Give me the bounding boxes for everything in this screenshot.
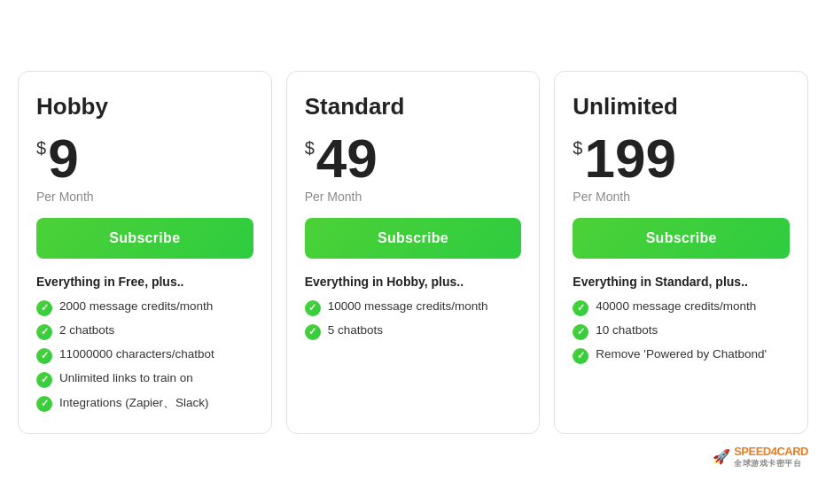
check-icon-hobby-3 <box>36 372 52 388</box>
price-period-unlimited: Per Month <box>573 190 790 204</box>
watermark-sub: 全球游戏卡密平台 <box>734 458 801 469</box>
plan-subtitle-unlimited: Everything in Standard, plus.. <box>573 275 790 289</box>
plan-subtitle-standard: Everything in Hobby, plus.. <box>305 275 522 289</box>
subscribe-button-hobby[interactable]: Subscribe <box>36 218 253 259</box>
feature-text-standard-1: 5 chatbots <box>328 323 383 337</box>
feature-item-hobby-3: Unlimited links to train on <box>36 371 253 388</box>
feature-item-unlimited-1: 10 chatbots <box>573 323 790 340</box>
feature-text-unlimited-1: 10 chatbots <box>596 323 658 337</box>
feature-item-unlimited-2: Remove 'Powered by Chatbond' <box>573 347 790 364</box>
check-icon-hobby-2 <box>36 348 52 364</box>
feature-item-hobby-2: 11000000 characters/chatbot <box>36 347 253 364</box>
price-amount-standard: 49 <box>316 131 378 186</box>
rocket-icon: 🚀 <box>713 448 730 465</box>
plan-subtitle-hobby: Everything in Free, plus.. <box>36 275 253 289</box>
plan-card-unlimited: Unlimited $ 199 Per Month Subscribe Ever… <box>554 71 808 434</box>
check-icon-standard-1 <box>305 324 321 340</box>
check-icon-hobby-4 <box>36 396 52 412</box>
price-amount-hobby: 9 <box>48 131 78 186</box>
feature-item-hobby-1: 2 chatbots <box>36 323 253 340</box>
feature-text-hobby-2: 11000000 characters/chatbot <box>59 347 214 361</box>
check-icon-unlimited-2 <box>573 348 588 364</box>
feature-item-hobby-4: Integrations (Zapier、Slack) <box>36 395 253 412</box>
watermark-logo: SPEED4CARD <box>734 445 808 458</box>
price-dollar-unlimited: $ <box>573 138 582 159</box>
price-dollar-hobby: $ <box>36 138 46 159</box>
subscribe-button-unlimited[interactable]: Subscribe <box>573 218 790 259</box>
plan-card-standard: Standard $ 49 Per Month Subscribe Everyt… <box>286 71 541 434</box>
feature-list-hobby: 2000 message credits/month 2 chatbots 11… <box>36 299 253 412</box>
price-block-hobby: $ 9 <box>36 131 253 186</box>
feature-text-hobby-1: 2 chatbots <box>59 323 114 337</box>
feature-text-standard-0: 10000 message credits/month <box>328 299 488 313</box>
pricing-container: Hobby $ 9 Per Month Subscribe Everything… <box>18 71 808 434</box>
plan-title-standard: Standard <box>305 93 522 120</box>
check-icon-hobby-0 <box>36 300 52 316</box>
price-block-unlimited: $ 199 <box>573 131 790 186</box>
feature-item-hobby-0: 2000 message credits/month <box>36 299 253 316</box>
check-icon-unlimited-0 <box>573 300 588 316</box>
feature-text-hobby-0: 2000 message credits/month <box>59 299 213 313</box>
feature-text-unlimited-0: 40000 message credits/month <box>596 299 756 313</box>
feature-item-unlimited-0: 40000 message credits/month <box>573 299 790 316</box>
feature-text-hobby-3: Unlimited links to train on <box>59 371 193 384</box>
subscribe-button-standard[interactable]: Subscribe <box>305 218 522 259</box>
check-icon-hobby-1 <box>36 324 52 340</box>
price-dollar-standard: $ <box>305 138 315 159</box>
feature-list-unlimited: 40000 message credits/month 10 chatbots … <box>573 299 790 364</box>
feature-text-unlimited-2: Remove 'Powered by Chatbond' <box>596 347 767 361</box>
feature-text-hobby-4: Integrations (Zapier、Slack) <box>59 395 209 411</box>
plan-title-unlimited: Unlimited <box>573 93 790 120</box>
feature-item-standard-1: 5 chatbots <box>305 323 522 340</box>
check-icon-unlimited-1 <box>573 324 588 340</box>
feature-list-standard: 10000 message credits/month 5 chatbots <box>305 299 522 340</box>
price-period-hobby: Per Month <box>36 190 253 204</box>
price-amount-unlimited: 199 <box>584 131 675 186</box>
watermark: 🚀 SPEED4CARD 全球游戏卡密平台 <box>713 445 808 469</box>
check-icon-standard-0 <box>305 300 321 316</box>
price-block-standard: $ 49 <box>305 131 522 186</box>
price-period-standard: Per Month <box>305 190 522 204</box>
feature-item-standard-0: 10000 message credits/month <box>305 299 522 316</box>
plan-card-hobby: Hobby $ 9 Per Month Subscribe Everything… <box>18 71 272 434</box>
plan-title-hobby: Hobby <box>36 93 253 120</box>
